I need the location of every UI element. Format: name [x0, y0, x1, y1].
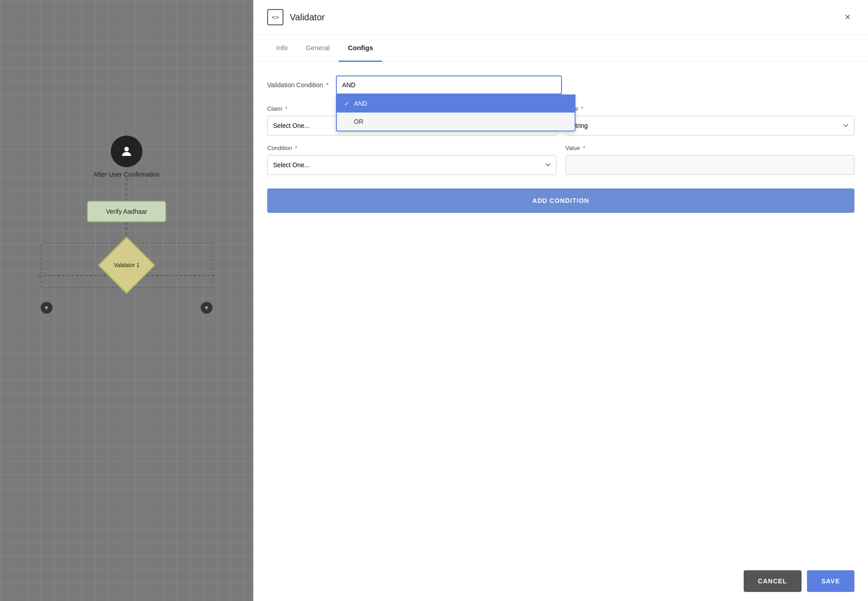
- canvas-panel: After User Confirmation Verify Aadhaar V…: [0, 0, 253, 601]
- required-star-condition: *: [293, 145, 297, 151]
- canvas-content: After User Confirmation Verify Aadhaar V…: [0, 0, 253, 601]
- condition-field: Condition * Select One...: [267, 145, 557, 175]
- user-node-label: After User Confirmation: [94, 171, 160, 178]
- dropdown-option-and[interactable]: ✓ AND: [337, 94, 575, 113]
- validator-node-label: Validator 1: [114, 262, 139, 268]
- type-select-wrapper: String: [566, 116, 855, 136]
- value-input[interactable]: [566, 155, 855, 175]
- verify-node: Verify Aadhaar: [87, 201, 166, 222]
- type-select[interactable]: String: [566, 116, 855, 136]
- dialog-body: Validation Condition * AND OR ✓ AND ✓ OR: [254, 62, 868, 561]
- save-button[interactable]: SAVE: [807, 570, 854, 592]
- dialog-icon: <>: [267, 9, 283, 25]
- tab-info[interactable]: Info: [267, 35, 297, 62]
- value-field: Value *: [566, 145, 855, 175]
- dialog-footer: CANCEL SAVE: [254, 561, 868, 601]
- cancel-button[interactable]: CANCEL: [744, 570, 802, 592]
- validation-condition-row: Validation Condition * AND OR ✓ AND ✓ OR: [267, 75, 854, 94]
- dropdown-option-and-label: AND: [354, 100, 368, 107]
- validation-condition-select[interactable]: AND OR: [336, 75, 562, 94]
- dialog-header: <> Validator ×: [254, 0, 868, 35]
- required-star-vc: *: [325, 81, 329, 89]
- tab-general[interactable]: General: [297, 35, 339, 62]
- required-star-value: *: [581, 145, 585, 151]
- close-button[interactable]: ×: [841, 10, 854, 24]
- add-condition-button[interactable]: ADD CONDITION: [267, 188, 854, 213]
- required-star-claim: *: [283, 105, 288, 112]
- svg-point-0: [124, 147, 129, 151]
- dialog-tabs: Info General Configs: [254, 35, 868, 62]
- tab-configs[interactable]: Configs: [339, 35, 382, 62]
- dialog-title: Validator: [290, 12, 841, 23]
- validation-condition-label: Validation Condition *: [267, 81, 329, 89]
- validation-condition-dropdown: ✓ AND ✓ OR: [336, 94, 576, 131]
- required-star-type: *: [580, 105, 584, 112]
- dropdown-option-or-label: OR: [354, 118, 363, 125]
- left-connector: [38, 275, 106, 276]
- condition-label: Condition *: [267, 145, 557, 151]
- add-right-button[interactable]: +: [201, 302, 212, 314]
- type-field: Type * String: [566, 105, 855, 136]
- validation-condition-select-wrapper: AND OR ✓ AND ✓ OR: [336, 75, 562, 94]
- value-label: Value *: [566, 145, 855, 151]
- right-connector: [147, 275, 215, 276]
- validator-diamond-wrapper: Validator 1 + +: [38, 245, 215, 314]
- user-node: [111, 136, 142, 167]
- condition-value-row: Condition * Select One... Value *: [267, 145, 854, 175]
- type-label: Type *: [566, 105, 855, 112]
- add-left-button[interactable]: +: [41, 302, 52, 314]
- connector-line-1: [126, 178, 127, 201]
- checkmark-icon: ✓: [344, 100, 349, 107]
- dropdown-option-or[interactable]: ✓ OR: [337, 113, 575, 131]
- validator-node[interactable]: Validator 1: [98, 236, 155, 294]
- condition-select[interactable]: Select One...: [267, 155, 557, 175]
- dialog-panel: <> Validator × Info General Configs Vali…: [253, 0, 868, 601]
- condition-select-wrapper: Select One...: [267, 155, 557, 175]
